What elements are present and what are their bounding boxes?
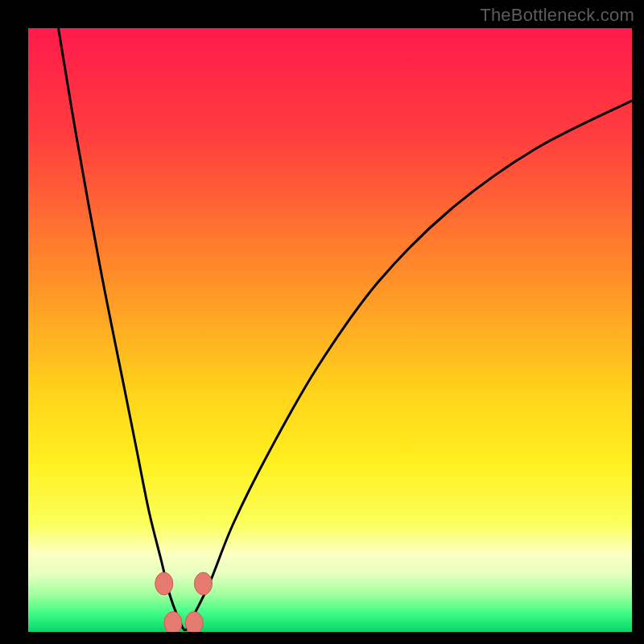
watermark-text: TheBottleneck.com [480, 5, 634, 26]
curve-path [59, 28, 633, 630]
plot-area [28, 28, 632, 632]
chart-frame: TheBottleneck.com [0, 0, 644, 644]
curve-marker [195, 572, 213, 595]
bottleneck-curve [28, 28, 632, 632]
curve-marker [185, 612, 203, 632]
curve-markers [155, 572, 213, 632]
curve-marker [164, 612, 182, 632]
curve-marker [155, 572, 173, 595]
